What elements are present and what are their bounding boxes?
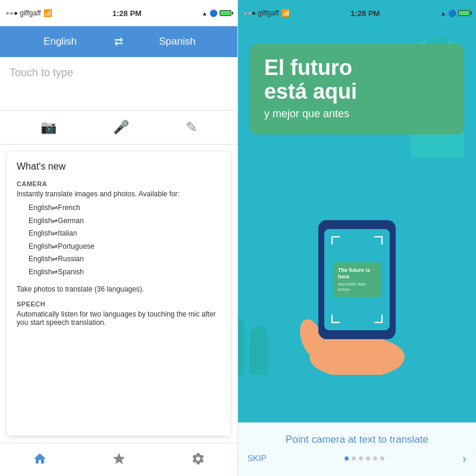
r-dot-2 — [248, 12, 251, 15]
gear-icon — [191, 452, 205, 466]
corner-tl — [331, 236, 340, 245]
pagination-dot-2 — [352, 456, 356, 461]
status-left: giffgaff 📶 — [6, 9, 52, 17]
signal-dot-1 — [6, 12, 9, 15]
speech-section-label: SPEECH — [17, 300, 221, 308]
phone-hand-container: The future is here and better than befor… — [286, 208, 428, 375]
pagination-dot-4 — [366, 456, 370, 461]
lang-pair-2: English⇌German — [29, 215, 221, 228]
right-bottom-bar: Point camera at text to translate SKIP › — [238, 422, 476, 476]
pagination-dot-3 — [359, 456, 363, 461]
signal-dot-3 — [14, 12, 17, 15]
camera-section-label: CAMERA — [17, 180, 221, 187]
lang-pair-1: English⇌French — [29, 202, 221, 215]
bottom-controls: SKIP › — [238, 452, 476, 465]
status-right: ▲ 🔵 — [202, 10, 231, 17]
speech-bubble: El futuro está aqui y mejor que antes — [250, 44, 464, 134]
language-bar: English ⇄ Spanish — [0, 26, 237, 57]
phone-text-sub: and better than before — [338, 281, 376, 292]
whats-new-card: What's new CAMERA Instantly translate im… — [7, 152, 230, 436]
corner-br — [374, 315, 383, 323]
input-placeholder: Touch to type — [10, 67, 73, 79]
whats-new-title: What's new — [17, 161, 221, 172]
star-icon — [112, 452, 126, 466]
microphone-button[interactable]: 🎤 — [113, 120, 129, 135]
action-bar: 📷 🎤 ✎ — [0, 111, 237, 145]
lang-pair-4: English⇌Portuguese — [29, 240, 221, 253]
handwrite-button[interactable]: ✎ — [186, 119, 198, 136]
bubble-text: El futuro está aqui — [264, 56, 450, 103]
home-icon — [33, 452, 47, 466]
pagination-dot-5 — [373, 456, 377, 461]
right-time: 1:28 PM — [350, 9, 380, 18]
corner-bl — [331, 315, 340, 323]
target-language-button[interactable]: Spanish — [129, 36, 226, 48]
swap-icon: ⇄ — [114, 36, 123, 48]
speech-description: Automatically listen for two languages b… — [17, 310, 221, 327]
arch-decoration — [238, 303, 274, 375]
right-status-left: giffgaff 📶 — [244, 9, 290, 17]
pagination-dots — [345, 456, 384, 461]
bluetooth-icon: 🔵 — [209, 10, 218, 17]
favorites-nav-button[interactable] — [112, 452, 126, 466]
text-input-area[interactable]: Touch to type — [0, 57, 237, 111]
right-battery — [458, 10, 470, 16]
right-signal — [244, 12, 255, 15]
lang-pair-6: English⇌Spanish — [29, 266, 221, 279]
bubble-line1: El futuro — [264, 55, 352, 80]
r-dot-1 — [244, 12, 247, 15]
status-bar-right: giffgaff 📶 1:28 PM ▲ 🔵 — [238, 0, 476, 26]
phone-screen-text-box: The future is here and better than befor… — [333, 262, 381, 297]
battery-icon — [220, 10, 231, 16]
phone-device: The future is here and better than befor… — [318, 220, 396, 339]
language-pairs-list: English⇌French English⇌German English⇌It… — [17, 202, 221, 279]
camera-hint: Point camera at text to translate — [286, 434, 428, 446]
right-carrier: giffgaff — [258, 9, 279, 17]
svg-point-12 — [250, 325, 268, 347]
bubble-subtext: y mejor que antes — [264, 108, 450, 120]
next-button[interactable]: › — [462, 452, 466, 465]
carrier-label: giffgaff — [20, 9, 41, 17]
phone-screen: The future is here and better than befor… — [324, 229, 390, 330]
camera-button[interactable]: 📷 — [40, 120, 57, 135]
phone-text-title: The future is here — [338, 267, 376, 280]
lang-pair-5: English⇌Russian — [29, 253, 221, 266]
swap-languages-button[interactable]: ⇄ — [108, 35, 129, 48]
skip-button[interactable]: SKIP — [248, 453, 267, 463]
source-language-button[interactable]: English — [12, 36, 108, 48]
lang-pair-3: English⇌Italian — [29, 227, 221, 240]
status-bar-left: giffgaff 📶 1:28 PM ▲ 🔵 — [0, 0, 237, 26]
left-panel: giffgaff 📶 1:28 PM ▲ 🔵 English ⇄ Spanish… — [0, 0, 238, 476]
corner-tr — [374, 236, 383, 245]
photos-note: Take photos to translate (36 languages). — [17, 285, 221, 293]
pagination-dot-6 — [380, 456, 384, 461]
right-status-right: ▲ 🔵 — [440, 10, 470, 17]
settings-nav-button[interactable] — [191, 452, 205, 466]
location-icon: ▲ — [202, 10, 208, 17]
signal-dots — [6, 12, 17, 15]
camera-description: Instantly translate images and photos. A… — [17, 190, 221, 198]
pagination-dot-1 — [345, 456, 349, 461]
right-location-icon: ▲ — [440, 10, 446, 17]
right-bluetooth: 🔵 — [448, 10, 456, 17]
right-wifi-icon: 📶 — [281, 9, 290, 17]
bottom-nav — [0, 443, 237, 476]
right-panel: giffgaff 📶 1:28 PM ▲ 🔵 — [238, 0, 476, 476]
bubble-line2: está aqui — [264, 79, 357, 104]
wifi-icon: 📶 — [43, 9, 52, 17]
home-nav-button[interactable] — [33, 452, 47, 466]
r-dot-3 — [252, 12, 255, 15]
illustration-area: El futuro está aqui y mejor que antes — [238, 26, 476, 422]
signal-dot-2 — [10, 12, 13, 15]
time-display-left: 1:28 PM — [112, 9, 142, 18]
